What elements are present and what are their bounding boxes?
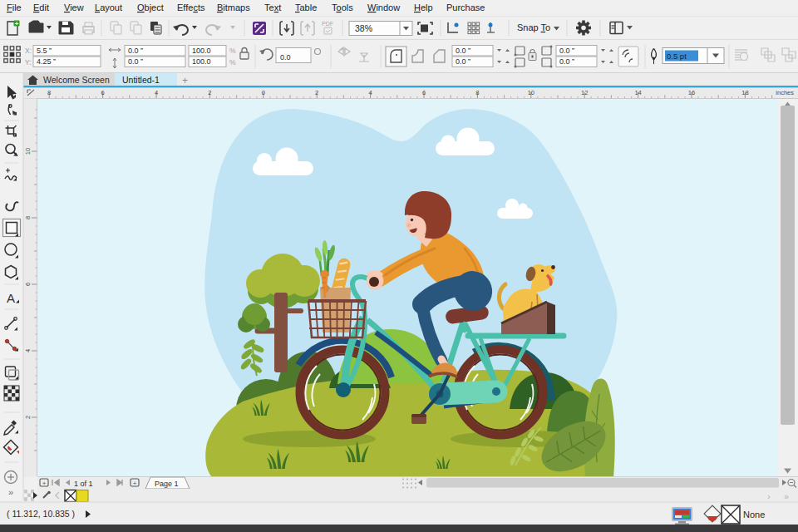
svg-text:0: 0	[262, 89, 265, 96]
svg-text:Effects: Effects	[177, 2, 205, 12]
svg-text:6: 6	[422, 89, 426, 96]
svg-text:+: +	[133, 480, 137, 487]
svg-text:PDF: PDF	[322, 21, 333, 27]
svg-text:»: »	[8, 487, 13, 497]
svg-text:Object: Object	[137, 2, 164, 12]
svg-text:1 of 1: 1 of 1	[74, 480, 93, 488]
svg-text:12: 12	[581, 89, 588, 96]
svg-text:View: View	[64, 2, 84, 12]
svg-text:2: 2	[315, 89, 318, 96]
svg-text:Untitled-1: Untitled-1	[122, 75, 160, 85]
svg-text:Layout: Layout	[95, 2, 122, 12]
svg-text:Snap To: Snap To	[517, 22, 550, 32]
svg-text:Y:: Y:	[25, 58, 32, 66]
svg-text:»: »	[784, 492, 789, 501]
svg-text:8: 8	[47, 89, 51, 96]
svg-text:0.0 ”: 0.0 ”	[128, 57, 143, 66]
svg-text:Edit: Edit	[33, 2, 49, 12]
svg-text:( 11.312, 10.835 ): ( 11.312, 10.835 )	[7, 509, 75, 519]
svg-text:0.0 ”: 0.0 ”	[559, 47, 574, 55]
svg-text:0.0 ”: 0.0 ”	[456, 57, 470, 66]
svg-text:6: 6	[101, 89, 105, 96]
svg-text:%: %	[229, 58, 236, 66]
svg-text:X:: X:	[25, 47, 32, 55]
svg-text:8: 8	[24, 216, 32, 219]
svg-text:2: 2	[208, 89, 211, 96]
svg-text:38%: 38%	[355, 23, 372, 33]
svg-text:Purchase: Purchase	[446, 2, 485, 12]
svg-text:10: 10	[24, 148, 32, 155]
svg-text:16: 16	[688, 89, 695, 96]
svg-text:5.5 ”: 5.5 ”	[37, 47, 52, 55]
svg-text:0.0 ”: 0.0 ”	[559, 57, 574, 66]
svg-text:Welcome Screen: Welcome Screen	[43, 75, 110, 85]
svg-text:100.0: 100.0	[192, 47, 211, 55]
svg-text:14: 14	[634, 89, 641, 96]
svg-text:Table: Table	[295, 2, 317, 12]
svg-text:6: 6	[24, 283, 32, 286]
svg-text:Tools: Tools	[332, 2, 353, 12]
svg-text:Help: Help	[414, 2, 433, 12]
svg-text:Bitmaps: Bitmaps	[217, 2, 250, 12]
svg-text:4.25 ”: 4.25 ”	[37, 57, 56, 66]
svg-text:Text: Text	[264, 2, 281, 12]
svg-text:4: 4	[155, 89, 158, 96]
svg-text:2: 2	[24, 416, 32, 419]
svg-text:File: File	[7, 2, 22, 12]
svg-text:4: 4	[369, 89, 372, 96]
svg-text:0.0 ”: 0.0 ”	[128, 47, 143, 55]
svg-text:10: 10	[528, 89, 534, 96]
svg-text:Page 1: Page 1	[155, 480, 179, 488]
svg-text:None: None	[743, 510, 765, 520]
svg-text:A: A	[7, 291, 15, 305]
svg-text:+: +	[15, 20, 19, 27]
svg-text:0.0 ”: 0.0 ”	[456, 47, 470, 55]
svg-text:0.0: 0.0	[280, 53, 291, 62]
svg-text:18: 18	[741, 89, 748, 96]
svg-text:Window: Window	[367, 2, 400, 12]
svg-text:+: +	[42, 480, 47, 487]
svg-text:+: +	[182, 75, 188, 86]
svg-text:0.5 pt: 0.5 pt	[667, 52, 687, 61]
svg-text:›: ›	[767, 492, 770, 501]
svg-text:100.0: 100.0	[192, 57, 211, 66]
svg-text:4: 4	[24, 349, 32, 352]
svg-text:%: %	[229, 47, 236, 55]
svg-text:inches: inches	[776, 89, 794, 96]
svg-text:8: 8	[475, 89, 479, 96]
